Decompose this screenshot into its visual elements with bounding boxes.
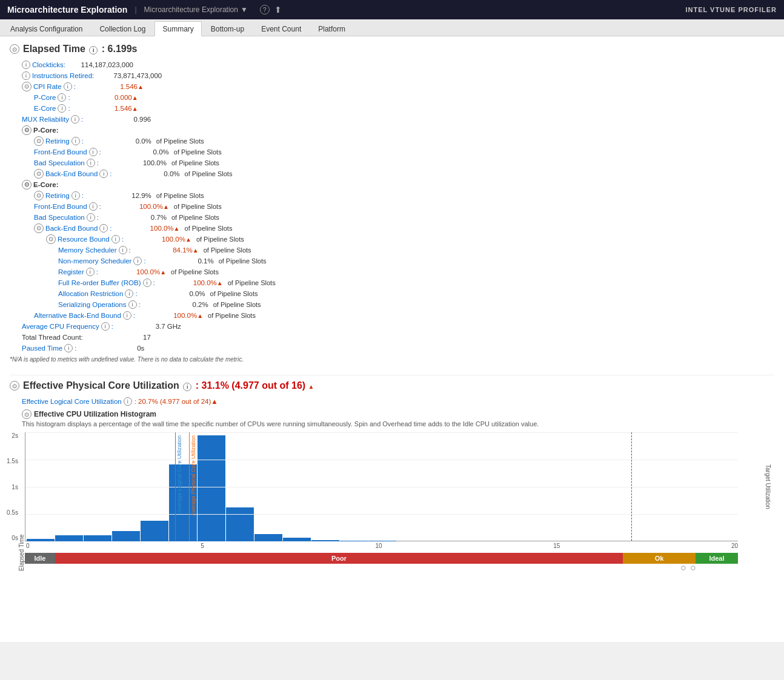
resource-bound-label: ⊙ Resource Bound i: [10, 234, 124, 245]
main-content: ⊙ Elapsed Time i : 6.199s i Clockticks: … [0, 36, 784, 642]
elapsed-time-expand[interactable]: ⊙ [10, 44, 19, 54]
instructions-info[interactable]: i [22, 71, 30, 80]
alt-backend-info[interactable]: i [123, 311, 131, 320]
pcore-badspec-unit: of Pipeline Slots [171, 157, 219, 168]
cpu-util-header: ⊙ Effective Physical Core Utilization i … [10, 380, 774, 391]
ecore-frontend-value: 100.0%▲ [101, 201, 174, 213]
pcore-cpi-info[interactable]: i [58, 93, 66, 102]
color-ok: Ok [623, 553, 696, 564]
avg-cpu-freq-row: Average CPU Frequency i: 3.7 GHz [10, 321, 774, 332]
mux-label: MUX Reliability i: [10, 114, 83, 125]
clockticks-label: i Clockticks: [10, 59, 65, 70]
color-ideal: Ideal [696, 553, 738, 564]
ecore-retiring-row: ⊙ Retiring i: 12.9% of Pipeline Slots [10, 190, 774, 201]
ecore-backend-info[interactable]: i [99, 224, 108, 233]
histogram-desc: This histogram displays a percentage of … [22, 420, 774, 427]
pcore-badspec-value: 100.0% [99, 157, 171, 168]
elapsed-time-info[interactable]: i [89, 46, 98, 54]
cpu-util-expand[interactable]: ⊙ [10, 381, 19, 391]
tab-bar: Analysis Configuration Collection Log Su… [0, 19, 784, 36]
tab-summary[interactable]: Summary [154, 21, 201, 36]
avg-cpu-freq-value: 3.7 GHz [113, 321, 186, 332]
histogram-expand[interactable]: ⊙ [22, 409, 32, 419]
ecore-frontend-label: Front-End Bound i: [10, 201, 101, 212]
ecore-badspec-value: 0.7% [99, 212, 171, 223]
ecore-frontend-info[interactable]: i [89, 202, 98, 211]
instructions-retired-value: 73,871,473,000 [94, 70, 167, 81]
pcore-retiring-row: ⊙ Retiring i: 0.0% of Pipeline Slots [10, 136, 774, 147]
ecore-retiring-expand[interactable]: ⊙ [34, 191, 44, 200]
ecore-section-label: ⊙ E-Core: [10, 179, 59, 190]
alt-backend-label: Alternative Back-End Bound i: [10, 310, 135, 321]
pcore-frontend-info[interactable]: i [89, 148, 98, 156]
tab-event-count[interactable]: Event Count [253, 21, 309, 36]
alloc-restrict-info[interactable]: i [125, 289, 133, 298]
register-info[interactable]: i [86, 268, 95, 276]
mem-sched-info[interactable]: i [119, 246, 127, 254]
ecore-backend-unit: of Pipeline Slots [185, 223, 233, 234]
pcore-backend-label: ⊙ Back-End Bound i: [10, 168, 112, 179]
pcore-badspec-label: Bad Speculation i: [10, 157, 99, 168]
resource-bound-value: 100.0%▲ [124, 234, 196, 245]
register-row: Register i: 100.0%▲ of Pipeline Slots [10, 266, 774, 277]
pcore-retiring-expand[interactable]: ⊙ [34, 136, 44, 146]
pcore-retiring-info[interactable]: i [71, 137, 80, 145]
nonmem-sched-info[interactable]: i [133, 257, 142, 265]
serial-ops-info[interactable]: i [128, 300, 137, 309]
resource-bound-expand[interactable]: ⊙ [46, 234, 56, 244]
tab-platform[interactable]: Platform [310, 21, 353, 36]
pcore-expand[interactable]: ⊙ [22, 125, 32, 135]
mem-sched-unit: of Pipeline Slots [204, 245, 251, 256]
logical-core-label: Effective Logical Core Utilization i [22, 396, 132, 407]
total-thread-label: Total Thread Count: [10, 332, 83, 343]
na-note: *N/A is applied to metrics with undefine… [10, 356, 774, 363]
pcore-frontend-row: Front-End Bound i: 0.0% of Pipeline Slot… [10, 147, 774, 157]
pcore-retiring-value: 0.0% [84, 136, 156, 147]
threshold-marker-1: ⬡ [681, 565, 686, 571]
mux-info[interactable]: i [71, 115, 79, 124]
logical-core-info[interactable]: i [124, 397, 132, 406]
metrics-table: i Clockticks: 114,187,023,000 i Instruct… [10, 59, 774, 354]
resource-bound-row: ⊙ Resource Bound i: 100.0%▲ of Pipeline … [10, 234, 774, 245]
cpu-util-info[interactable]: i [183, 383, 191, 391]
ecore-backend-label: ⊙ Back-End Bound i: [10, 223, 112, 234]
share-icon[interactable]: ⬆ [274, 5, 282, 15]
app-title: Microarchitecture Exploration [7, 5, 127, 15]
pcore-backend-expand[interactable]: ⊙ [34, 169, 44, 179]
alt-backend-unit: of Pipeline Slots [208, 310, 256, 321]
pcore-cpi-row: P-Core i: 0.000▲ [10, 92, 774, 103]
full-rob-value: 100.0%▲ [155, 277, 228, 289]
ecore-cpi-value: 1.546▲ [70, 103, 143, 114]
y-ticks: 0s 0.5s 1s 1.5s 2s [7, 432, 18, 541]
full-rob-info[interactable]: i [143, 279, 151, 287]
clockticks-value: 114,187,023,000 [65, 59, 138, 70]
ecore-expand-btn[interactable]: ⊙ [22, 180, 32, 190]
pcore-retiring-label: ⊙ Retiring i: [10, 136, 84, 147]
avg-cpu-freq-info[interactable]: i [101, 322, 110, 331]
chart-container: Elapsed Time 0s 0.5s 1s 1.5s 2s [16, 432, 774, 571]
histogram-title: Effective CPU Utilization Histogram [34, 410, 156, 418]
tab-bottom-up[interactable]: Bottom-up [203, 21, 252, 36]
register-label: Register i: [10, 266, 98, 277]
cpi-rate-row: ⊙ CPI Rate i: 1.546▲ [10, 81, 774, 92]
tab-analysis-config[interactable]: Analysis Configuration [2, 21, 90, 36]
ecore-badspec-info[interactable]: i [87, 213, 95, 222]
instructions-retired-row: i Instructions Retired: 73,871,473,000 [10, 70, 774, 81]
resource-bound-info[interactable]: i [111, 235, 120, 243]
ecore-cpi-info[interactable]: i [58, 104, 66, 113]
tab-collection-log[interactable]: Collection Log [91, 21, 153, 36]
pcore-backend-info[interactable]: i [99, 170, 108, 178]
clockticks-info[interactable]: i [22, 61, 30, 69]
pcore-badspec-info[interactable]: i [87, 159, 95, 167]
ecore-backend-expand[interactable]: ⊙ [34, 223, 44, 233]
pcore-frontend-value: 0.0% [101, 147, 174, 157]
paused-time-info[interactable]: i [64, 344, 73, 352]
help-icon[interactable]: ? [260, 5, 270, 15]
elapsed-time-header: ⊙ Elapsed Time i : 6.199s [10, 44, 774, 54]
register-value: 100.0%▲ [98, 266, 171, 278]
x-axis-labels: 0 5 10 15 20 [26, 541, 738, 550]
ecore-retiring-info[interactable]: i [71, 191, 80, 200]
cpi-info[interactable]: i [64, 82, 72, 91]
cpu-utilization-section: ⊙ Effective Physical Core Utilization i … [10, 380, 774, 571]
cpi-expand[interactable]: ⊙ [22, 82, 32, 91]
